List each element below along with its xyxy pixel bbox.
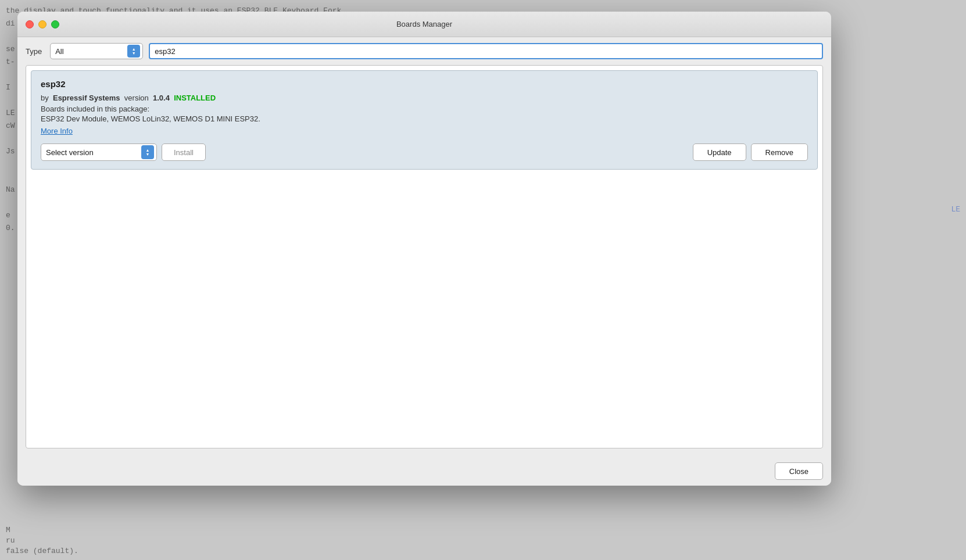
type-select-arrow xyxy=(127,45,140,58)
version-select-value: Select version xyxy=(46,148,141,157)
package-actions: Select version Install Update Remove xyxy=(41,143,808,161)
version-select[interactable]: Select version xyxy=(41,143,157,161)
update-button[interactable]: Update xyxy=(693,143,746,161)
close-button[interactable]: Close xyxy=(775,462,823,480)
package-version: 1.0.4 xyxy=(153,94,170,102)
by-label: by xyxy=(41,94,49,102)
package-card: esp32 by Espressif Systems version 1.0.4… xyxy=(31,70,818,170)
close-button[interactable] xyxy=(26,20,34,28)
type-select[interactable]: All xyxy=(50,43,143,59)
minimize-button[interactable] xyxy=(38,20,46,28)
boards-label: Boards included in this package: xyxy=(41,105,808,113)
version-select-arrow-icon xyxy=(141,145,154,159)
package-author: Espressif Systems xyxy=(53,94,120,102)
search-input[interactable] xyxy=(149,43,823,59)
maximize-button[interactable] xyxy=(51,20,59,28)
more-info-link[interactable]: More Info xyxy=(41,127,73,135)
title-bar: Boards Manager xyxy=(17,12,831,37)
installed-badge: INSTALLED xyxy=(174,94,216,102)
remove-button[interactable]: Remove xyxy=(751,143,808,161)
dialog-window: Boards Manager Type All esp32 by Espress… xyxy=(17,12,831,486)
footer: Close xyxy=(17,457,831,486)
package-meta: by Espressif Systems version 1.0.4 INSTA… xyxy=(41,94,808,102)
version-label: version xyxy=(124,94,149,102)
window-title: Boards Manager xyxy=(396,20,452,28)
toolbar: Type All xyxy=(17,37,831,65)
package-name: esp32 xyxy=(41,79,808,89)
traffic-lights xyxy=(26,20,59,28)
type-select-value: All xyxy=(55,47,127,56)
boards-list: ESP32 Dev Module, WEMOS LoLin32, WEMOS D… xyxy=(41,114,808,123)
type-label: Type xyxy=(26,47,42,56)
content-area: esp32 by Espressif Systems version 1.0.4… xyxy=(26,65,823,448)
install-button[interactable]: Install xyxy=(162,143,206,161)
